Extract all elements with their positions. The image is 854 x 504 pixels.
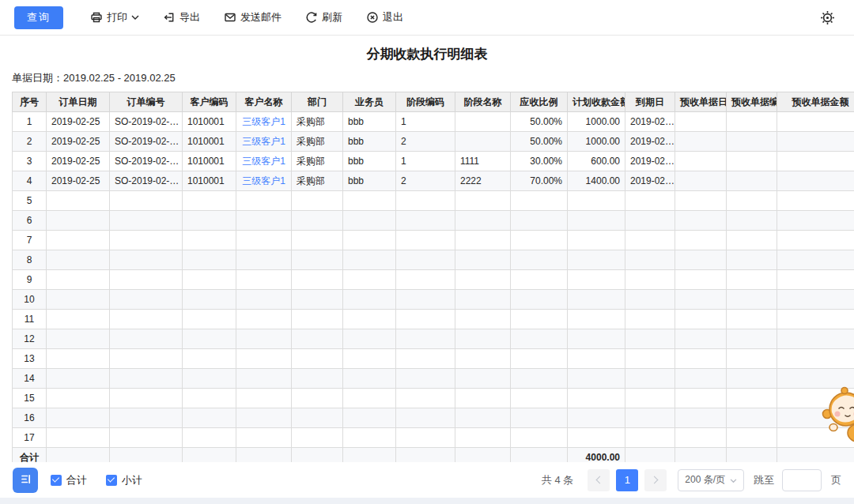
- table-row: 11: [13, 310, 854, 329]
- table-cell: 10: [13, 290, 47, 310]
- table-cell: 11: [13, 310, 47, 329]
- table-cell: [343, 290, 396, 310]
- table-cell: 1000.00: [568, 112, 625, 132]
- table-cell: [292, 211, 343, 231]
- refresh-icon: [305, 11, 318, 24]
- table-cell: 12: [13, 329, 47, 349]
- table-cell: [675, 389, 727, 408]
- table-cell: [727, 250, 777, 270]
- exit-button[interactable]: 退出: [366, 10, 403, 24]
- jump-page-input[interactable]: [782, 469, 822, 491]
- table-cell: 30.00%: [511, 152, 568, 171]
- table-cell: 三级客户1: [236, 132, 292, 152]
- page-number-button[interactable]: 1: [616, 469, 638, 491]
- table-cell: 5: [13, 191, 47, 211]
- table-cell: [568, 349, 625, 369]
- table-cell: 8: [13, 250, 47, 270]
- table-cell: [455, 310, 511, 329]
- table-cell: 2019-02…: [625, 152, 675, 171]
- table-cell: [675, 211, 727, 231]
- table-cell: [47, 250, 110, 270]
- table-cell: [568, 250, 625, 270]
- table-cell: [455, 191, 511, 211]
- table-cell: [396, 329, 455, 349]
- email-icon: [224, 11, 236, 24]
- table-cell: 1000.00: [568, 132, 625, 152]
- table-cell: [455, 250, 511, 270]
- export-button[interactable]: 导出: [163, 10, 200, 24]
- table-cell: [292, 310, 343, 329]
- table-cell: [110, 349, 183, 369]
- table-cell: [777, 152, 854, 171]
- refresh-button[interactable]: 刷新: [305, 10, 342, 24]
- table-cell: [675, 112, 727, 132]
- table-cell: [777, 132, 854, 152]
- send-email-button[interactable]: 发送邮件: [224, 10, 282, 24]
- table-cell: [183, 250, 236, 270]
- table-cell: 9: [13, 270, 47, 290]
- table-cell: [343, 408, 396, 428]
- column-settings-button[interactable]: [13, 468, 38, 493]
- subtotal-checkbox[interactable]: 小计: [106, 473, 142, 487]
- table-cell: [727, 211, 777, 231]
- table-cell: bbb: [343, 132, 396, 152]
- table-cell: [675, 191, 727, 211]
- table-cell: 1111: [455, 152, 511, 171]
- table-cell: 采购部: [292, 152, 343, 171]
- query-button[interactable]: 查询: [14, 6, 63, 29]
- table-cell: [568, 389, 625, 408]
- table-cell: [236, 191, 292, 211]
- table-cell: [236, 389, 292, 408]
- table-cell: 600.00: [568, 152, 625, 171]
- customer-link[interactable]: 三级客户1: [242, 116, 285, 127]
- table-cell: 2019-02…: [625, 171, 675, 191]
- table-cell: [727, 191, 777, 211]
- table-row: 16: [13, 408, 854, 428]
- table-cell: [777, 211, 854, 231]
- total-checkbox[interactable]: 合计: [51, 473, 87, 487]
- table-cell: [236, 428, 292, 448]
- table-cell: 1010001: [183, 171, 236, 191]
- customer-link[interactable]: 三级客户1: [242, 175, 285, 186]
- table-row: 22019-02-25SO-2019-02-…1010001三级客户1采购部bb…: [13, 132, 854, 152]
- table-cell: [568, 369, 625, 389]
- table-cell: [568, 428, 625, 448]
- prev-page-button[interactable]: [588, 469, 610, 491]
- table-cell: 1: [396, 112, 455, 132]
- column-header: 应收比例: [511, 92, 568, 112]
- page-size-select[interactable]: 200 条/页: [678, 469, 744, 491]
- table-cell: [455, 132, 511, 152]
- printer-icon: [90, 11, 103, 24]
- table-cell: [183, 191, 236, 211]
- table-cell: [47, 428, 110, 448]
- next-page-button[interactable]: [644, 469, 667, 491]
- table-cell: [183, 270, 236, 290]
- settings-gear-icon[interactable]: [820, 10, 835, 25]
- table-cell: 50.00%: [511, 112, 568, 132]
- customer-link[interactable]: 三级客户1: [242, 156, 285, 167]
- table-cell: [511, 408, 568, 428]
- table-cell: [675, 369, 727, 389]
- table-cell: [675, 349, 727, 369]
- table-cell: 2: [396, 171, 455, 191]
- customer-link[interactable]: 三级客户1: [242, 136, 285, 147]
- table-cell: [625, 369, 675, 389]
- table-cell: [511, 310, 568, 329]
- table-cell: [236, 349, 292, 369]
- table-cell: [455, 211, 511, 231]
- table-cell: [183, 428, 236, 448]
- table-cell: 7: [13, 231, 47, 250]
- table-cell: [236, 310, 292, 329]
- export-icon: [163, 11, 176, 24]
- exit-icon: [366, 11, 379, 24]
- table-cell: SO-2019-02-…: [110, 112, 183, 132]
- table-cell: [777, 310, 854, 329]
- table-cell: [675, 270, 727, 290]
- print-button[interactable]: 打印: [90, 10, 139, 24]
- table-cell: 2: [13, 132, 47, 152]
- table-cell: [47, 211, 110, 231]
- table-cell: [236, 290, 292, 310]
- table-cell: 三级客户1: [236, 112, 292, 132]
- table-cell: [110, 250, 183, 270]
- mascot-monkey[interactable]: [821, 384, 854, 442]
